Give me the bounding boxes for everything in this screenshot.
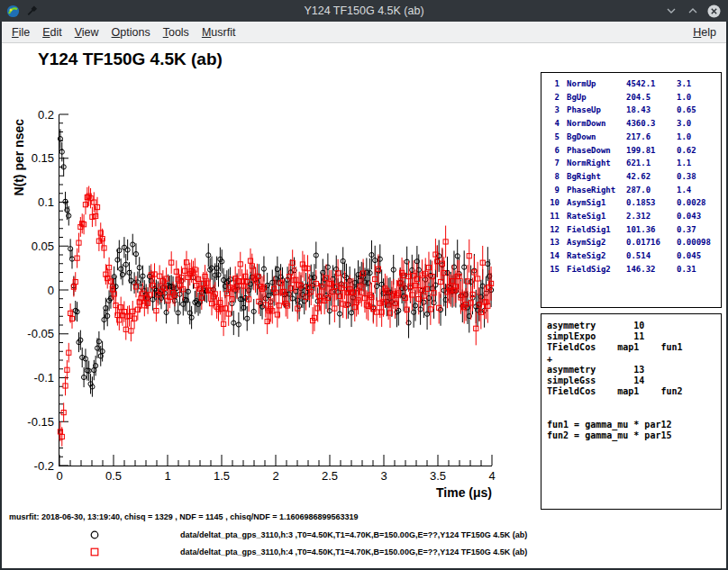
parameter-row: 12FieldSig1101.360.37 <box>545 223 721 237</box>
plot-title: Y124 TF150G 4.5K (ab) <box>38 50 223 69</box>
svg-text:0.2: 0.2 <box>38 108 54 122</box>
pin-icon[interactable] <box>25 4 41 19</box>
root-canvas[interactable]: 00.511.522.533.54-0.2-0.15-0.1-0.0500.05… <box>2 43 726 568</box>
menu-item-edit[interactable]: Edit <box>36 24 68 41</box>
app-window: Y124 TF150G 4.5K (ab) FileEditViewOption… <box>0 0 728 570</box>
parameter-row: 11RateSig12.3120.043 <box>545 210 721 223</box>
svg-text:0.5: 0.5 <box>105 469 122 483</box>
parameter-row: 13AsymSig20.017160.00098 <box>545 236 721 249</box>
theory-line: fun1 = gamma_mu * par12 <box>547 420 721 430</box>
parameter-row: 5BgDown217.61.0 <box>545 131 721 144</box>
svg-text:3: 3 <box>380 469 387 483</box>
legend-marker-circle <box>88 529 101 541</box>
svg-text:0: 0 <box>56 469 62 483</box>
legend: data/deltat_pta_gps_3110,h:3 ,T0=4.50K,T… <box>2 526 726 560</box>
svg-text:4: 4 <box>488 469 495 483</box>
svg-text:-0.1: -0.1 <box>34 371 54 385</box>
plot-canvas[interactable]: 00.511.522.533.54-0.2-0.15-0.1-0.0500.05… <box>2 43 542 511</box>
svg-text:2: 2 <box>272 469 278 483</box>
menu-item-view[interactable]: View <box>68 24 105 41</box>
parameter-box: 1NormUp4542.13.12BgUp204.51.03PhaseUp18.… <box>541 72 722 308</box>
parameter-row: 14RateSig20.5140.045 <box>545 249 721 263</box>
window-title: Y124 TF150G 4.5K (ab) <box>0 5 728 17</box>
theory-line: fun2 = gamma_mu * par15 <box>547 430 721 441</box>
fit-status-line: musrfit: 2018-06-30, 13:19:40, chisq = 1… <box>9 512 358 521</box>
svg-text:-0.2: -0.2 <box>34 459 54 473</box>
menubar: FileEditViewOptionsToolsMusrfit Help <box>2 22 726 43</box>
svg-text:1: 1 <box>164 469 170 483</box>
theory-line <box>547 409 721 420</box>
legend-label: data/deltat_pta_gps_3110,h:4 ,T0=4.50K,T… <box>180 547 527 556</box>
minimize-button[interactable] <box>663 4 678 19</box>
menu-item-file[interactable]: File <box>5 24 36 41</box>
parameter-row: 1NormUp4542.13.1 <box>545 77 721 91</box>
menu-item-tools[interactable]: Tools <box>157 24 196 41</box>
data-series-1 <box>58 129 493 396</box>
theory-line: asymmetry 13 <box>547 365 721 375</box>
parameter-row: 2BgUp204.51.0 <box>545 91 721 104</box>
svg-text:0.1: 0.1 <box>38 195 54 209</box>
menu-item-musrfit[interactable]: Musrfit <box>196 24 242 41</box>
svg-text:3.5: 3.5 <box>430 469 446 483</box>
legend-label: data/deltat_pta_gps_3110,h:3 ,T0=4.50K,T… <box>180 530 527 539</box>
x-axis <box>59 455 492 466</box>
x-axis-title: Time (μs) <box>436 485 492 500</box>
titlebar[interactable]: Y124 TF150G 4.5K (ab) <box>0 0 728 22</box>
svg-text:0.15: 0.15 <box>32 151 54 165</box>
parameter-row: 10AsymSig10.18530.0028 <box>545 196 721 210</box>
parameter-row: 8BgRight42.620.38 <box>545 170 721 184</box>
legend-marker-square <box>88 546 101 558</box>
theory-line: simpleGss 14 <box>547 375 721 386</box>
menu-item-help[interactable]: Help <box>687 24 723 41</box>
theory-line: simplExpo 11 <box>547 331 721 342</box>
theory-box: asymmetry 10simplExpo 11TFieldCos map1 f… <box>541 313 722 510</box>
theory-line: asymmetry 10 <box>547 321 721 331</box>
parameter-row: 4NormDown4360.33.0 <box>545 117 721 131</box>
svg-text:1.5: 1.5 <box>214 469 230 483</box>
menu-item-options[interactable]: Options <box>105 24 157 41</box>
parameter-row: 15FieldSig2146.320.31 <box>545 263 721 276</box>
theory-line: TFieldCos map1 fun2 <box>547 386 721 397</box>
parameter-row: 3PhaseUp18.430.65 <box>545 104 721 117</box>
svg-text:0: 0 <box>48 284 54 297</box>
svg-text:-0.05: -0.05 <box>27 327 54 340</box>
theory-line: TFieldCos map1 fun1 <box>547 342 721 353</box>
titlebar-buttons <box>663 4 722 19</box>
theory-line: + <box>547 354 721 365</box>
menubar-items: FileEditViewOptionsToolsMusrfit <box>5 24 241 41</box>
menubar-right-items: Help <box>687 24 723 41</box>
close-button[interactable] <box>706 4 722 19</box>
parameter-row: 6PhaseDown199.810.62 <box>545 144 721 158</box>
titlebar-icons <box>5 4 41 19</box>
svg-text:0.05: 0.05 <box>32 240 54 253</box>
parameter-row: 9PhaseRight287.01.4 <box>545 184 721 197</box>
maximize-button[interactable] <box>685 4 700 19</box>
theory-line <box>547 397 721 408</box>
y-axis-title: N(t) per nsec <box>12 119 26 196</box>
legend-entry: data/deltat_pta_gps_3110,h:4 ,T0=4.50K,T… <box>2 543 726 560</box>
parameter-row: 7NormRight621.11.1 <box>545 157 721 170</box>
svg-text:2.5: 2.5 <box>322 469 338 483</box>
svg-text:-0.15: -0.15 <box>27 415 54 429</box>
app-icon[interactable] <box>5 4 21 19</box>
legend-entry: data/deltat_pta_gps_3110,h:3 ,T0=4.50K,T… <box>2 526 726 543</box>
